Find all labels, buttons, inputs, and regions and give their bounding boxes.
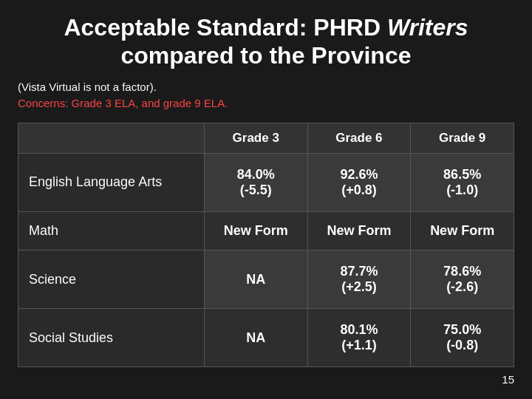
cell-grade3: New Form <box>204 211 307 250</box>
title-section: Acceptable Standard: PHRD Writers compar… <box>18 13 514 70</box>
cell-grade6: 87.7%(+2.5) <box>307 250 411 309</box>
subtitle-line1: (Vista Virtual is not a factor). <box>18 79 514 96</box>
cell-grade3: NA <box>204 250 307 309</box>
table-row: ScienceNA87.7%(+2.5)78.6%(-2.6) <box>18 250 514 309</box>
table-row: MathNew FormNew FormNew Form <box>18 211 514 250</box>
header-grade6: Grade 6 <box>307 123 411 153</box>
header-grade9: Grade 9 <box>411 123 514 153</box>
title-line2: compared to the Province <box>18 41 514 69</box>
page-number: 15 <box>18 373 514 386</box>
cell-grade6: 80.1%(+1.1) <box>307 309 411 367</box>
cell-grade3: 84.0%(-5.5) <box>204 153 307 211</box>
cell-grade9: New Form <box>411 211 514 250</box>
cell-subject: Math <box>18 211 205 250</box>
cell-grade3: NA <box>204 309 307 367</box>
header-grade3: Grade 3 <box>204 123 307 153</box>
cell-subject: Science <box>18 250 205 309</box>
subtitle-line2: Concerns: Grade 3 ELA, and grade 9 ELA. <box>18 95 514 112</box>
cell-grade9: 75.0%(-0.8) <box>411 309 514 367</box>
subtitle-section: (Vista Virtual is not a factor). Concern… <box>18 79 514 112</box>
title-text-before-italic: Acceptable Standard: PHRD <box>64 14 386 41</box>
title-italic-text: Writers <box>387 14 468 41</box>
header-subject <box>18 123 205 153</box>
cell-subject: English Language Arts <box>18 153 205 211</box>
title-line1: Acceptable Standard: PHRD Writers <box>18 13 514 41</box>
cell-grade6: New Form <box>307 211 411 250</box>
data-table: Grade 3 Grade 6 Grade 9 English Language… <box>18 123 514 367</box>
table-header-row: Grade 3 Grade 6 Grade 9 <box>18 123 514 153</box>
table-row: Social StudiesNA80.1%(+1.1)75.0%(-0.8) <box>18 309 514 367</box>
cell-grade9: 86.5%(-1.0) <box>411 153 514 211</box>
table-row: English Language Arts84.0%(-5.5)92.6%(+0… <box>18 153 514 211</box>
cell-grade6: 92.6%(+0.8) <box>307 153 411 211</box>
cell-subject: Social Studies <box>18 309 205 367</box>
cell-grade9: 78.6%(-2.6) <box>411 250 514 309</box>
